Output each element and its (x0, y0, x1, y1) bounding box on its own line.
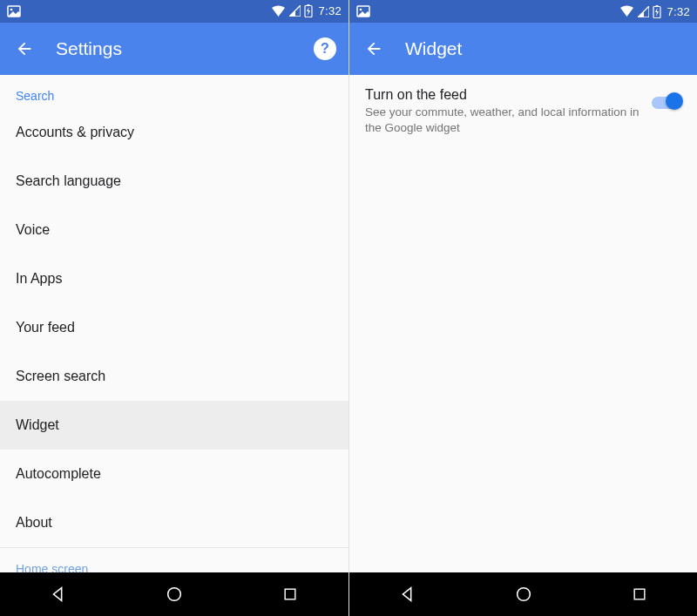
item-in-apps[interactable]: In Apps (0, 254, 348, 303)
nav-recent-button[interactable] (618, 577, 661, 612)
list-item-label: Your feed (16, 320, 75, 335)
list-item-label: Voice (16, 222, 50, 238)
image-notification-icon (356, 5, 370, 17)
status-time: 7:32 (667, 5, 690, 18)
image-notification-icon (7, 5, 21, 17)
list-item-label: Search language (16, 173, 121, 189)
signal-icon (638, 6, 649, 17)
app-bar: Settings ? (0, 23, 348, 75)
back-button[interactable] (362, 37, 386, 61)
nav-home-button[interactable] (502, 577, 545, 612)
item-voice[interactable]: Voice (0, 206, 348, 254)
signal-icon (289, 5, 301, 17)
item-about[interactable]: About (0, 498, 348, 547)
svg-rect-11 (634, 589, 645, 599)
list-item-label: Autocomplete (16, 466, 101, 482)
svg-point-4 (168, 588, 181, 601)
list-item-label: Accounts & privacy (16, 125, 134, 140)
item-widget[interactable]: Widget (0, 401, 348, 450)
nav-bar (0, 572, 348, 616)
toggle-subtitle: See your commute, weather, and local inf… (365, 105, 639, 136)
svg-point-1 (10, 9, 13, 11)
svg-point-7 (360, 9, 362, 11)
toggle-row-turn-on-feed[interactable]: Turn on the feed See your commute, weath… (349, 75, 697, 146)
status-bar: 7:32 (0, 0, 348, 23)
item-screen-search[interactable]: Screen search (0, 352, 348, 401)
wifi-icon (619, 5, 634, 17)
svg-rect-9 (656, 5, 659, 7)
settings-list: Search Accounts & privacy Search languag… (0, 75, 348, 573)
item-search-language[interactable]: Search language (0, 157, 348, 206)
section-header-home-screen: Home screen (0, 548, 348, 573)
svg-rect-3 (308, 4, 310, 6)
page-title: Settings (56, 38, 122, 59)
nav-bar (349, 572, 697, 616)
app-bar: Widget (349, 23, 697, 75)
item-accounts-privacy[interactable]: Accounts & privacy (0, 108, 348, 157)
feed-toggle-switch[interactable] (652, 92, 683, 110)
nav-back-button[interactable] (386, 577, 430, 612)
list-item-label: In Apps (16, 271, 62, 287)
battery-charging-icon (304, 4, 313, 17)
nav-home-button[interactable] (152, 577, 196, 612)
widget-settings: Turn on the feed See your commute, weath… (349, 75, 697, 572)
nav-back-button[interactable] (37, 577, 80, 612)
section-header-search: Search (0, 75, 348, 108)
svg-rect-5 (285, 589, 295, 599)
item-autocomplete[interactable]: Autocomplete (0, 450, 348, 498)
status-time: 7:32 (318, 4, 342, 17)
item-your-feed[interactable]: Your feed (0, 303, 348, 352)
phone-settings: 7:32 Settings ? Search Accounts & privac… (0, 0, 348, 616)
list-item-label: About (16, 515, 52, 531)
wifi-icon (271, 5, 286, 17)
phone-widget: 7:32 Widget Turn on the feed See your co… (348, 0, 697, 616)
battery-charging-icon (653, 5, 661, 18)
help-button[interactable]: ? (314, 37, 336, 60)
status-bar: 7:32 (349, 0, 697, 23)
svg-point-10 (517, 588, 530, 601)
list-item-label: Screen search (16, 369, 105, 384)
back-button[interactable] (12, 37, 37, 61)
page-title: Widget (405, 38, 462, 59)
toggle-title: Turn on the feed (365, 87, 639, 103)
nav-recent-button[interactable] (268, 577, 312, 612)
list-item-label: Widget (16, 417, 59, 433)
